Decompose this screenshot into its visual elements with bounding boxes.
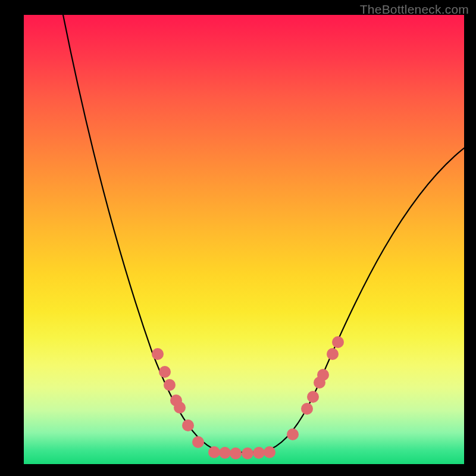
- scatter-dot: [287, 428, 299, 440]
- scatter-dot: [301, 403, 313, 415]
- scatter-dot: [219, 447, 231, 459]
- scatter-dot: [230, 447, 242, 459]
- scatter-dot: [208, 446, 220, 458]
- plot-area: [24, 15, 464, 464]
- chart-frame: TheBottleneck.com: [0, 0, 476, 476]
- chart-overlay: [24, 15, 464, 464]
- scatter-dot: [159, 366, 171, 378]
- scatter-dot: [164, 379, 176, 391]
- watermark-text: TheBottleneck.com: [360, 2, 469, 17]
- scatter-group: [152, 336, 344, 459]
- scatter-dot: [152, 348, 164, 360]
- scatter-dot: [264, 446, 275, 458]
- bottleneck-curve: [62, 15, 464, 452]
- scatter-dot: [174, 402, 186, 414]
- scatter-dot: [327, 348, 339, 360]
- scatter-dot: [242, 447, 253, 459]
- scatter-dot: [317, 369, 329, 381]
- scatter-dot: [332, 336, 344, 348]
- scatter-dot: [307, 391, 319, 403]
- scatter-dot: [192, 436, 204, 448]
- scatter-dot: [253, 447, 265, 459]
- scatter-dot: [182, 419, 194, 431]
